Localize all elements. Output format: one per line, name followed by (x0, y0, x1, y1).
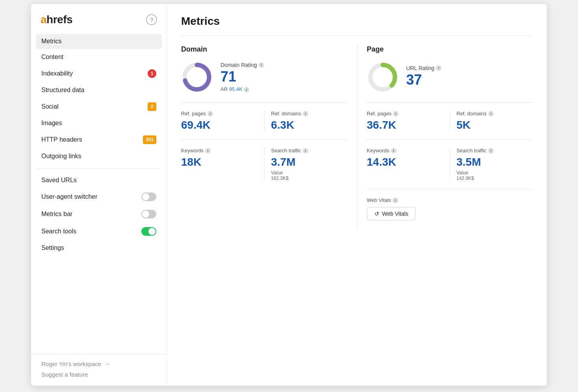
sidebar-item-label: Social (41, 103, 148, 110)
sidebar-item-label: Outgoing links (41, 153, 156, 160)
keywords-info-icon[interactable]: i (205, 148, 211, 153)
metrics-grid: Domain Domain Rating i 71 (181, 45, 533, 230)
tool-item-metrics-bar[interactable]: Metrics bar (36, 206, 162, 222)
sidebar-item-http-headers[interactable]: HTTP headers301 (36, 131, 162, 148)
web-vitals-label: Web Vitals i (367, 197, 533, 203)
page-ref-pages: Ref. pages i 36.7K (367, 111, 450, 131)
workspace-arrow-icon: → (104, 361, 110, 367)
suggest-feature-link[interactable]: Suggest a feature (41, 371, 156, 378)
logo-text: hrefs (46, 13, 72, 26)
sidebar-item-label: Indexability (41, 70, 148, 77)
page-traffic-stats: Keywords i 14.3K Search traffic i 3.5M V… (367, 139, 533, 181)
domain-ref-pages: Ref. pages i 69.4K (181, 111, 264, 131)
logo-icon: a (41, 13, 46, 26)
page-title: Metrics (181, 15, 533, 28)
ref-domains-info-icon[interactable]: i (303, 111, 308, 116)
page-search-traffic-label: Search traffic i (456, 148, 533, 153)
page-keywords-label: Keywords i (367, 148, 444, 153)
page-ref-pages-value: 36.7K (367, 119, 444, 131)
domain-ar-row: AR 95.4K i (220, 86, 264, 92)
web-vitals-button[interactable]: ↺ Web Vitals (367, 207, 416, 220)
domain-ref-domains-value: 6.3K (271, 119, 347, 131)
tool-item-settings[interactable]: Settings (36, 240, 162, 255)
web-vitals-section: Web Vitals i ↺ Web Vitals (367, 189, 533, 220)
page-value-label: Value 142.9K$ (456, 170, 533, 181)
sidebar-item-label: Content (41, 54, 156, 61)
domain-search-traffic-label: Search traffic i (271, 148, 347, 153)
tool-item-search-tools[interactable]: Search tools (36, 223, 162, 240)
page-ref-domains-info-icon[interactable]: i (488, 111, 494, 116)
logo: ahrefs (41, 13, 72, 26)
page-search-traffic-info-icon[interactable]: i (488, 148, 494, 153)
tool-label: Search tools (41, 228, 141, 235)
workspace-link[interactable]: Roger Yin's workspace → (41, 361, 156, 367)
domain-keywords-value: 18K (181, 156, 258, 168)
sidebar-item-outgoing-links[interactable]: Outgoing links (36, 149, 162, 164)
page-ref-domains-label: Ref. domains i (456, 111, 533, 116)
page-ref-domains: Ref. domains i 5K (450, 111, 533, 131)
page-ref-pages-info-icon[interactable]: i (393, 111, 398, 116)
page-keywords-value: 14.3K (367, 156, 444, 168)
url-rating-info-icon[interactable]: i (436, 65, 441, 71)
nav-badge: 301 (143, 135, 156, 144)
ar-info-icon[interactable]: i (244, 87, 249, 92)
sidebar-item-metrics[interactable]: Metrics (36, 34, 162, 49)
page-rating-value: 37 (406, 73, 442, 87)
sidebar-item-content[interactable]: Content (36, 50, 162, 65)
page-search-traffic-value: 3.5M (456, 156, 533, 168)
tool-label: Settings (41, 244, 156, 251)
toggle-metrics-bar[interactable] (141, 210, 156, 218)
domain-ref-domains-label: Ref. domains i (271, 111, 347, 116)
page-rating-info: URL Rating i 37 (406, 65, 442, 89)
domain-search-traffic: Search traffic i 3.7M Value 162.3K$ (264, 148, 347, 181)
nav-badge: 1 (148, 69, 156, 78)
domain-section: Domain Domain Rating i 71 (181, 45, 357, 230)
web-vitals-refresh-icon: ↺ (374, 211, 379, 217)
search-traffic-info-icon[interactable]: i (303, 148, 308, 153)
page-ref-domains-value: 5K (456, 119, 533, 131)
domain-rating-info-icon[interactable]: i (259, 62, 264, 68)
sidebar-tools: Saved URLsUser-agent switcherMetrics bar… (31, 173, 167, 256)
page-ref-stats: Ref. pages i 36.7K Ref. domains i 5K (367, 102, 533, 131)
domain-rating-info: Domain Rating i 71 AR 95.4K i (220, 62, 264, 92)
sidebar: ahrefs ? MetricsContentIndexability1Stru… (31, 4, 167, 386)
domain-ref-stats: Ref. pages i 69.4K Ref. domains i 6.3K (181, 102, 348, 131)
page-section: Page URL Rating i 37 (357, 45, 533, 230)
domain-ref-domains: Ref. domains i 6.3K (264, 111, 347, 131)
sidebar-item-indexability[interactable]: Indexability1 (36, 65, 162, 82)
domain-ar-value[interactable]: 95.4K (229, 86, 243, 92)
tool-item-user-agent[interactable]: User-agent switcher (36, 189, 162, 205)
domain-ref-pages-label: Ref. pages i (181, 111, 258, 116)
page-rating-label: URL Rating i (406, 65, 442, 71)
tool-item-saved-urls[interactable]: Saved URLs (36, 173, 162, 188)
toggle-search-tools[interactable] (141, 227, 156, 236)
domain-value-amount: 162.3K$ (271, 176, 289, 181)
domain-traffic-stats: Keywords i 18K Search traffic i 3.7M Val… (181, 139, 348, 181)
sidebar-item-label: HTTP headers (41, 136, 143, 143)
domain-search-traffic-value: 3.7M (271, 156, 347, 168)
main-divider (181, 35, 533, 36)
sidebar-nav: MetricsContentIndexability1Structured da… (31, 34, 167, 165)
toggle-user-agent[interactable] (141, 192, 156, 201)
app-window: ahrefs ? MetricsContentIndexability1Stru… (31, 4, 547, 386)
page-keywords-info-icon[interactable]: i (391, 148, 396, 153)
page-rating-row: URL Rating i 37 (367, 61, 533, 93)
sidebar-header: ahrefs ? (31, 4, 167, 34)
nav-divider (37, 168, 161, 169)
page-ref-pages-label: Ref. pages i (367, 111, 444, 116)
domain-rating-label: Domain Rating i (220, 62, 264, 68)
domain-rating-value: 71 (220, 70, 264, 84)
sidebar-item-label: Structured data (41, 87, 156, 94)
main-content: Metrics Domain Domain Rating (167, 4, 547, 386)
sidebar-item-images[interactable]: Images (36, 116, 162, 131)
sidebar-item-social[interactable]: Social2 (36, 98, 162, 115)
domain-ref-pages-value: 69.4K (181, 119, 258, 131)
web-vitals-info-icon[interactable]: i (393, 198, 398, 203)
page-donut-chart (367, 61, 398, 93)
ref-pages-info-icon[interactable]: i (207, 111, 213, 116)
page-heading: Page (367, 45, 533, 54)
sidebar-item-structured-data[interactable]: Structured data (36, 83, 162, 98)
help-icon[interactable]: ? (146, 14, 157, 25)
workspace-label: Roger Yin's workspace (41, 361, 101, 367)
page-search-traffic: Search traffic i 3.5M Value 142.9K$ (450, 148, 533, 181)
